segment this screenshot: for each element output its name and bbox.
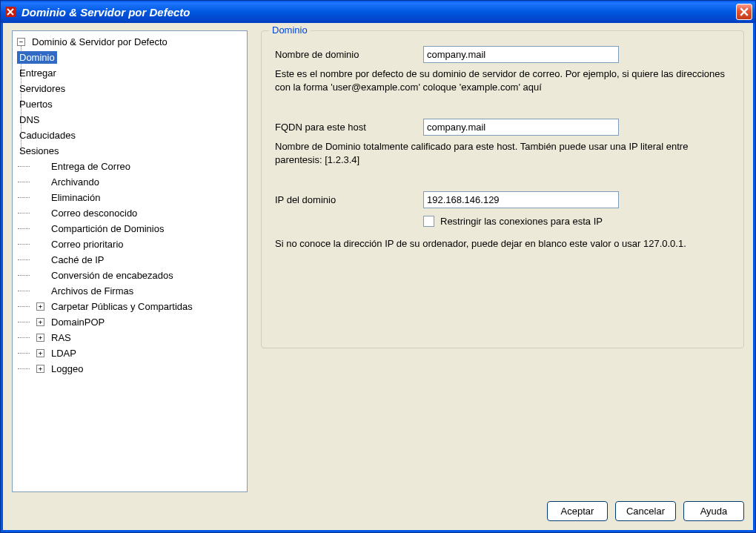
tree-label: Puertos: [17, 98, 55, 110]
fqdn-label: FQDN para este host: [275, 122, 423, 133]
tree-item[interactable]: Conversión de encabezados: [33, 268, 245, 283]
button-bar: Aceptar Cancelar Ayuda: [12, 501, 744, 521]
tree-label: Loggeo: [49, 362, 85, 375]
tree-item[interactable]: Caché de IP: [33, 252, 245, 268]
fqdn-input[interactable]: [423, 119, 619, 136]
content-panel: Dominio Nombre de dominio Este es el nom…: [261, 30, 744, 492]
collapse-icon[interactable]: −: [17, 38, 25, 46]
domain-groupbox: Dominio Nombre de dominio Este es el nom…: [261, 30, 744, 348]
tree-item[interactable]: Archivos de Firmas: [33, 283, 245, 299]
tree-label: Compartición de Dominios: [49, 222, 166, 235]
restrict-ip-label: Restringir las conexiones para esta IP: [440, 216, 603, 227]
tree-label: DomainPOP: [49, 316, 107, 328]
ok-button[interactable]: Aceptar: [547, 501, 608, 521]
help-button[interactable]: Ayuda: [683, 501, 744, 521]
titlebar: Dominio & Servidor por Defecto: [1, 1, 755, 23]
tree-item[interactable]: Sesiones: [14, 143, 245, 159]
tree-item[interactable]: +Loggeo: [33, 361, 245, 377]
tree-item[interactable]: Correo desconocido: [33, 205, 245, 221]
tree-label: Dominio: [17, 51, 57, 64]
tree-item[interactable]: Eliminación: [33, 190, 245, 205]
app-icon: [4, 5, 17, 19]
close-button[interactable]: [736, 4, 752, 20]
group-title: Dominio: [269, 24, 311, 36]
tree-label: Servidores: [17, 82, 67, 95]
domain-name-help: Este es el nombre por defecto de su domi…: [275, 67, 730, 93]
expand-icon[interactable]: +: [36, 365, 44, 373]
expand-icon[interactable]: +: [36, 334, 44, 342]
tree-item[interactable]: +LDAP: [33, 345, 245, 361]
cancel-button[interactable]: Cancelar: [615, 501, 676, 521]
tree-label: Entrega de Correo: [49, 160, 133, 173]
tree-item[interactable]: Caducidades: [14, 128, 245, 143]
ip-label: IP del dominio: [275, 194, 423, 205]
tree-label: Sesiones: [17, 145, 61, 157]
tree-item[interactable]: Archivando: [33, 174, 245, 190]
expand-icon[interactable]: +: [36, 318, 44, 326]
tree-item[interactable]: Dominio: [14, 50, 245, 65]
tree-item[interactable]: Correo prioritario: [33, 236, 245, 252]
tree-item[interactable]: +Carpetar Públicas y Compartidas: [33, 299, 245, 314]
tree-item[interactable]: Servidores: [14, 81, 245, 96]
tree-item[interactable]: Entregar: [14, 65, 245, 81]
tree-item[interactable]: Entrega de Correo: [33, 159, 245, 174]
tree-label: Correo desconocido: [49, 207, 139, 219]
tree-label: Eliminación: [49, 191, 102, 204]
domain-name-input[interactable]: [423, 46, 619, 63]
ip-input[interactable]: [423, 191, 619, 208]
tree-label: Entregar: [17, 67, 59, 79]
tree-label: LDAP: [49, 347, 79, 360]
tree-label: Correo prioritario: [49, 238, 126, 251]
tree-label: RAS: [49, 331, 73, 344]
tree-item[interactable]: +DomainPOP: [33, 314, 245, 330]
ip-help: Si no conoce la dirección IP de su orden…: [275, 237, 730, 251]
navigation-tree[interactable]: − Dominio & Servidor por Defecto Dominio…: [12, 30, 248, 492]
tree-label: DNS: [17, 113, 42, 126]
tree-item[interactable]: +RAS: [33, 330, 245, 345]
tree-label: Caché de IP: [49, 254, 107, 266]
tree-item[interactable]: Puertos: [14, 96, 245, 112]
tree-label: Archivando: [49, 176, 102, 188]
expand-icon[interactable]: +: [36, 302, 44, 311]
tree-item[interactable]: Compartición de Dominios: [33, 221, 245, 236]
restrict-ip-checkbox[interactable]: [423, 216, 434, 227]
expand-icon[interactable]: +: [36, 349, 44, 357]
fqdn-help: Nombre de Dominio totalmente calificado …: [275, 140, 730, 166]
window-title: Dominio & Servidor por Defecto: [21, 6, 736, 19]
tree-label: Conversión de encabezados: [49, 269, 176, 282]
domain-name-label: Nombre de dominio: [275, 49, 423, 60]
tree-label: Archivos de Firmas: [49, 285, 136, 297]
tree-item[interactable]: DNS: [14, 112, 245, 128]
tree-label: Carpetar Públicas y Compartidas: [49, 300, 195, 313]
tree-label: Dominio & Servidor por Defecto: [30, 36, 170, 48]
tree-item-root[interactable]: − Dominio & Servidor por Defecto: [14, 34, 245, 50]
tree-label: Caducidades: [17, 129, 78, 142]
